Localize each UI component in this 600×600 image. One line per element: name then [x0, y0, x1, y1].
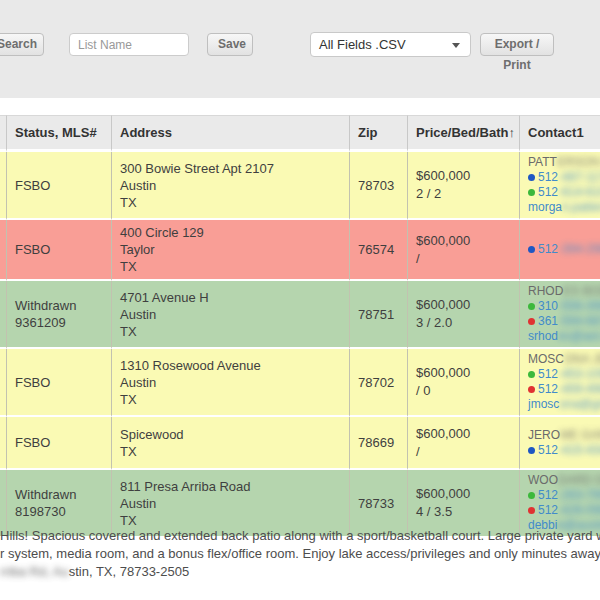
table-header-row: Status, MLS# Address Zip Price/Bed/Bath↑… [0, 115, 600, 152]
status-text: Withdrawn [15, 486, 103, 503]
status-text: FSBO [15, 177, 103, 194]
page: Search Save All Fields .CSV Export / Pri… [0, 0, 600, 600]
price-value: $600,000 [416, 232, 511, 250]
address-cell: 300 Bowie Street Apt 2107 Austin TX [112, 152, 350, 220]
table-row[interactable]: FSBO 400 Circle 129 Taylor TX 76574 $600… [0, 220, 600, 281]
phone-link[interactable]: 512-394-2980 [538, 242, 600, 256]
zip-cell: 78702 [350, 349, 408, 417]
address-cell: Spicewood TX [112, 417, 350, 470]
toolbar: Search Save All Fields .CSV Export / Pri… [0, 0, 600, 98]
edge-column-header [0, 115, 7, 152]
contact-name: PATTERSON MORGAN [528, 155, 600, 170]
price-cell: $600,000 3 / 2.0 [408, 281, 520, 349]
redacted-text: -426-0982 [558, 503, 600, 517]
column-header-status[interactable]: Status, MLS# [7, 115, 112, 152]
redacted-text: rriba Rd, Au [0, 564, 69, 579]
redacted-text: -556-3985 [558, 299, 600, 313]
row-edge-cell [0, 281, 7, 349]
price-cell: $600,000 2 / 2 [408, 152, 520, 220]
listings-table: Status, MLS# Address Zip Price/Bed/Bath↑… [0, 115, 600, 538]
contact-name: RHODES BODIE [528, 284, 600, 299]
contact-cell: 512-394-2980 [520, 220, 600, 281]
save-button[interactable]: Save [207, 33, 253, 56]
chevron-down-icon [452, 43, 460, 48]
address-cell: 4701 Avenue H Austin TX [112, 281, 350, 349]
phone-link[interactable]: 512-614-6102 [538, 185, 600, 199]
address-city: TX [120, 443, 341, 460]
address-street: 1310 Rosewood Avenue [120, 357, 341, 374]
contact-email: jmoscona@gmail.com [528, 397, 600, 412]
column-header-zip[interactable]: Zip [350, 115, 408, 152]
table-row[interactable]: FSBO Spicewood TX 78669 $600,000 / JER [0, 417, 600, 470]
status-cell: FSBO [7, 349, 112, 417]
export-print-button[interactable]: Export / Print [480, 33, 554, 56]
contact-name: MOSCONA JESSE [528, 352, 600, 367]
contact-phone: 512-487-1170 [528, 170, 600, 185]
email-link[interactable]: jmoscona@gmail.com [528, 397, 600, 411]
address-cell: 1310 Rosewood Avenue Austin TX [112, 349, 350, 417]
phone-status-dot-icon [528, 507, 535, 514]
address-street: 811 Presa Arriba Road [120, 478, 341, 495]
contact-phone: 361-594-6871 [528, 314, 600, 329]
redacted-text: -453-1095 [558, 367, 600, 381]
redacted-text: ONA JESSE [564, 352, 600, 366]
phone-status-dot-icon [528, 174, 535, 181]
row-edge-cell [0, 152, 7, 220]
redacted-text: -459-4981 [558, 382, 600, 396]
status-text: FSBO [15, 241, 103, 258]
phone-link[interactable]: 310-556-3985 [538, 299, 600, 313]
contact-name: WOODARD DEB [528, 473, 600, 488]
price-cell: $600,000 / 0 [408, 349, 520, 417]
phone-link[interactable]: 512-415-4346 [538, 443, 600, 457]
redacted-text: -263-7993 [558, 488, 600, 502]
column-header-address[interactable]: Address [112, 115, 350, 152]
table-row[interactable]: FSBO 300 Bowie Street Apt 2107 Austin TX… [0, 152, 600, 220]
phone-link[interactable]: 512-426-0982 [538, 503, 600, 517]
row-edge-cell [0, 349, 7, 417]
address-cell: 400 Circle 129 Taylor TX [112, 220, 350, 281]
status-text: FSBO [15, 374, 103, 391]
phone-link[interactable]: 361-594-6871 [538, 314, 600, 328]
phone-status-dot-icon [528, 189, 535, 196]
phone-link[interactable]: 512-453-1095 [538, 367, 600, 381]
phone-link[interactable]: 512-487-1170 [538, 170, 600, 184]
email-link[interactable]: srhodes@aol.com [528, 329, 600, 343]
contact-phone: 512-614-6102 [528, 185, 600, 200]
contact-phone: 512-426-0982 [528, 503, 600, 518]
address-street: 4701 Avenue H [120, 289, 341, 306]
status-cell: FSBO [7, 152, 112, 220]
redacted-text: ES BODIE [563, 284, 600, 298]
address-state: TX [120, 194, 341, 211]
price-cell: $600,000 / [408, 220, 520, 281]
contact-name: JEROME GARY [528, 428, 600, 443]
redacted-text: -415-4346 [558, 443, 600, 457]
zip-cell: 78751 [350, 281, 408, 349]
phone-status-dot-icon [528, 303, 535, 310]
bed-bath-value: / 0 [416, 382, 511, 400]
listings-table-wrap: Status, MLS# Address Zip Price/Bed/Bath↑… [0, 115, 600, 538]
redacted-text: -394-2980 [558, 242, 600, 256]
contact-email: morgan.patterson@gmail.com [528, 200, 600, 215]
list-name-input[interactable] [69, 33, 189, 56]
bed-bath-value: 4 / 3.5 [416, 503, 511, 521]
email-link[interactable]: morgan.patterson@gmail.com [528, 200, 600, 214]
address-state: TX [120, 323, 341, 340]
address-city: Austin [120, 306, 341, 323]
phone-status-dot-icon [528, 386, 535, 393]
price-cell: $600,000 / [408, 417, 520, 470]
status-cell: FSBO [7, 220, 112, 281]
contact-phone: 310-556-3985 [528, 299, 600, 314]
phone-link[interactable]: 512-263-7993 [538, 488, 600, 502]
column-header-contact1[interactable]: Contact1 [520, 115, 600, 152]
column-header-price[interactable]: Price/Bed/Bath↑ [408, 115, 520, 152]
table-row[interactable]: FSBO 1310 Rosewood Avenue Austin TX 7870… [0, 349, 600, 417]
price-value: $600,000 [416, 167, 511, 185]
redacted-text: DARD DEB [558, 473, 600, 487]
phone-status-dot-icon [528, 318, 535, 325]
status-text: Withdrawn [15, 297, 103, 314]
phone-link[interactable]: 512-459-4981 [538, 382, 600, 396]
search-button[interactable]: Search [0, 33, 44, 56]
table-row[interactable]: Withdrawn 9361209 4701 Avenue H Austin T… [0, 281, 600, 349]
fields-format-select[interactable]: All Fields .CSV [310, 32, 471, 57]
price-value: $600,000 [416, 296, 511, 314]
